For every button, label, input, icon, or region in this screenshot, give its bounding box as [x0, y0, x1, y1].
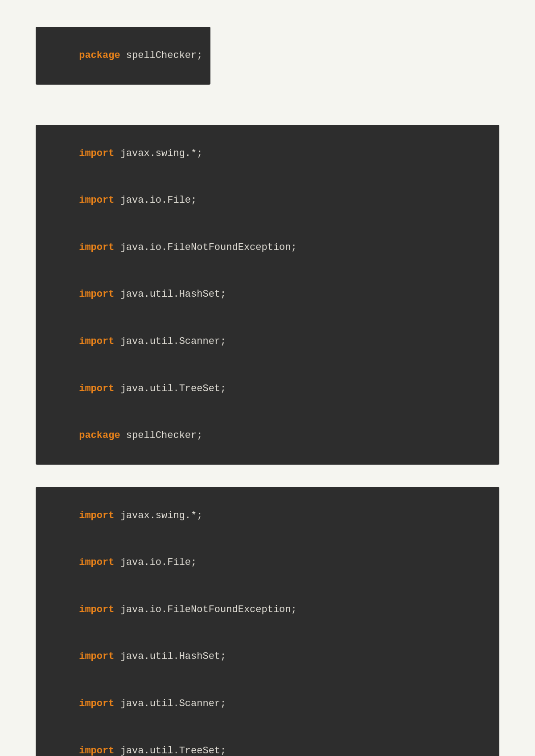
code-text: java.util.HashSet; [114, 289, 226, 300]
keyword-import: import [79, 242, 114, 253]
code-line-import1: import javax.swing.*; [44, 130, 491, 177]
keyword-import: import [79, 698, 114, 709]
code-text: javax.swing.*; [114, 510, 202, 521]
code-line-import2: import java.io.File; [44, 177, 491, 224]
keyword-import: import [79, 510, 114, 521]
keyword-import: import [79, 651, 114, 662]
code-text: java.util.Scanner; [114, 698, 226, 709]
code-line-import2-1: import javax.swing.*; [44, 492, 491, 539]
code-block-package1: package spellChecker; [36, 27, 210, 85]
code-line-import3: import java.io.FileNotFoundException; [44, 224, 491, 271]
code-text: javax.swing.*; [114, 148, 202, 159]
code-block-imports2: import javax.swing.*; import java.io.Fil… [36, 487, 499, 756]
code-line-package2: package spellChecker; [44, 412, 491, 459]
code-text: java.util.TreeSet; [114, 745, 226, 756]
code-line-import4: import java.util.HashSet; [44, 271, 491, 318]
code-line-import2-3: import java.io.FileNotFoundException; [44, 586, 491, 633]
section-imports1: import javax.swing.*; import java.io.Fil… [36, 125, 499, 465]
code-text: java.io.File; [114, 557, 197, 568]
code-text: java.util.TreeSet; [114, 383, 226, 394]
code-line-import2-2: import java.io.File; [44, 539, 491, 586]
code-text: spellChecker; [120, 50, 203, 61]
code-text: java.util.Scanner; [114, 336, 226, 347]
code-line-import2-4: import java.util.HashSet; [44, 633, 491, 680]
code-line-import6: import java.util.TreeSet; [44, 365, 491, 412]
keyword-import: import [79, 383, 114, 394]
code-text: java.io.FileNotFoundException; [114, 242, 296, 253]
keyword-import: import [79, 148, 114, 159]
code-text: java.io.File; [114, 195, 197, 206]
code-text: spellChecker; [120, 430, 203, 441]
keyword-import: import [79, 336, 114, 347]
code-line-import5: import java.util.Scanner; [44, 318, 491, 365]
keyword-import: import [79, 195, 114, 206]
code-block-imports1: import javax.swing.*; import java.io.Fil… [36, 125, 499, 465]
code-text: java.io.FileNotFoundException; [114, 604, 296, 615]
keyword-import: import [79, 557, 114, 568]
section-imports2: import javax.swing.*; import java.io.Fil… [36, 487, 499, 756]
keyword-import: import [79, 745, 114, 756]
code-line-import2-6: import java.util.TreeSet; [44, 727, 491, 756]
keyword-import: import [79, 289, 114, 300]
keyword-package: package [79, 50, 120, 61]
code-line-import2-5: import java.util.Scanner; [44, 680, 491, 727]
keyword-import: import [79, 604, 114, 615]
code-line-package1: package spellChecker; [44, 32, 202, 79]
section-package1: package spellChecker; [36, 27, 499, 102]
code-text: java.util.HashSet; [114, 651, 226, 662]
keyword-package2: package [79, 430, 120, 441]
